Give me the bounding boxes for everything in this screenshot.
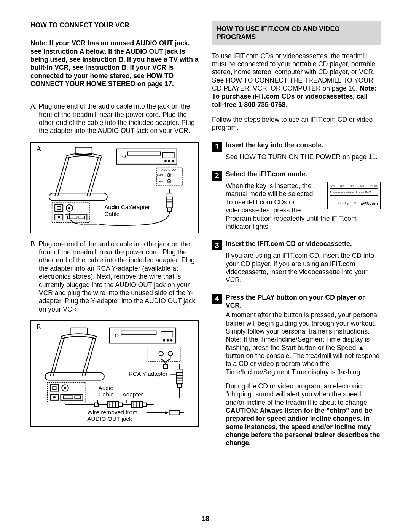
left-column: HOW TO CONNECT YOUR VCR Note: If your VC… <box>30 21 199 447</box>
left-heading: HOW TO CONNECT YOUR VCR <box>30 21 199 29</box>
svg-rect-26 <box>67 216 77 219</box>
step-3-title: Insert the iFIT.com CD or videocassette. <box>226 240 352 248</box>
svg-rect-51 <box>147 347 180 362</box>
fig-b-adapter: Adapter <box>122 391 143 398</box>
svg-rect-65 <box>63 396 73 399</box>
svg-line-8 <box>57 157 69 196</box>
svg-rect-41 <box>161 331 173 337</box>
step-1-body: See HOW TO TURN ON THE POWER on page 11. <box>212 153 381 161</box>
step-3: 3 Insert the iFIT.com CD or videocassett… <box>212 240 381 250</box>
svg-rect-38 <box>109 328 176 343</box>
step-2-body: 40%55%75%90% 65% max. 2wear pulse chest … <box>212 182 381 231</box>
svg-point-39 <box>115 334 118 337</box>
svg-point-43 <box>166 339 169 342</box>
svg-rect-91 <box>142 403 146 407</box>
svg-rect-58 <box>50 385 58 391</box>
figure-b-label: B <box>37 323 41 331</box>
step-2-title: Select the iFIT.com mode. <box>226 170 307 178</box>
svg-rect-56 <box>163 365 168 369</box>
svg-rect-71 <box>177 369 182 373</box>
svg-rect-64 <box>61 394 83 400</box>
svg-text:Cable: Cable <box>98 391 114 398</box>
step-3-number: 3 <box>212 240 222 250</box>
svg-text:Audio: Audio <box>104 204 119 210</box>
svg-point-15 <box>168 174 170 176</box>
svg-marker-96 <box>164 411 168 414</box>
svg-rect-35 <box>167 208 171 211</box>
svg-line-45 <box>50 337 61 376</box>
figure-a: A <box>30 142 199 233</box>
fig-a-audioout: AUDIO OUT <box>161 168 178 171</box>
intro-paragraph-1: To use iFIT.com CDs or videocassettes, t… <box>212 52 381 109</box>
svg-rect-3 <box>162 152 174 158</box>
svg-point-6 <box>172 160 174 162</box>
fig-a-adapter-label: Adapter <box>129 204 150 210</box>
svg-point-5 <box>168 160 170 162</box>
step-4-number: 4 <box>212 294 222 304</box>
svg-text:Cable: Cable <box>104 210 119 217</box>
svg-rect-11 <box>49 193 107 200</box>
svg-point-42 <box>163 339 165 342</box>
svg-rect-25 <box>65 214 86 220</box>
console-display-illustration: 40%55%75%90% 65% max. 2wear pulse chest … <box>327 182 381 209</box>
svg-rect-2 <box>127 152 160 155</box>
svg-point-4 <box>164 160 167 162</box>
step-4-p1: A moment after the button is pressed, yo… <box>212 311 381 376</box>
svg-point-54 <box>168 351 172 356</box>
svg-text:Audio: Audio <box>98 385 113 391</box>
svg-rect-27 <box>79 216 84 219</box>
svg-line-9 <box>87 157 99 196</box>
svg-point-24 <box>57 216 60 218</box>
svg-point-52 <box>159 351 163 356</box>
step-3-body: If you are using an iFIT.com CD, insert … <box>212 252 381 284</box>
vcr-note: Note: If your VCR has an unused AUDIO OU… <box>30 39 199 88</box>
svg-rect-87 <box>131 402 142 408</box>
page-number: 18 <box>0 515 411 523</box>
figure-a-label: A <box>37 145 41 153</box>
svg-line-46 <box>53 337 64 376</box>
svg-line-7 <box>55 157 67 196</box>
svg-rect-57 <box>47 382 86 403</box>
step-1: 1 Insert the key into the console. <box>212 141 381 152</box>
figure-b: B <box>30 320 199 427</box>
step-4: 4 Press the PLAY button on your CD playe… <box>212 294 381 310</box>
svg-rect-97 <box>169 411 179 415</box>
right-heading: HOW TO USE IFIT.COM CD AND VIDEO PROGRAM… <box>212 21 381 45</box>
svg-rect-76 <box>177 384 181 388</box>
step-2: 2 Select the iFIT.com mode. <box>212 170 381 181</box>
step-2-number: 2 <box>212 171 222 181</box>
step-4-title: Press the PLAY button on your CD player … <box>226 294 381 310</box>
figure-a-diagram: AUDIO OUT RIGHT LEFT <box>35 146 195 230</box>
instruction-a: A. Plug one end of the audio cable into … <box>30 102 199 135</box>
svg-text:AUDIO OUT jack: AUDIO OUT jack <box>87 415 132 422</box>
svg-rect-20 <box>57 207 61 210</box>
instruction-b: B. Plug one end of the audio cable into … <box>30 240 199 313</box>
intro-paragraph-2: Follow the steps below to use an iFIT.co… <box>212 116 381 132</box>
step-1-title: Insert the key into the console. <box>226 141 323 149</box>
fig-a-right: RIGHT <box>156 173 165 176</box>
svg-line-48 <box>85 337 96 376</box>
svg-text:Wire removed from: Wire removed from <box>87 409 137 415</box>
figure-b-diagram: RCA Y-adapter Audio Cable Adapter <box>35 324 195 423</box>
fig-a-left: LEFT <box>158 179 165 183</box>
svg-point-17 <box>168 181 170 182</box>
fig-b-rca: RCA Y-adapter <box>128 371 167 377</box>
svg-point-63 <box>53 396 55 398</box>
svg-rect-18 <box>52 203 89 223</box>
svg-point-44 <box>170 339 172 342</box>
svg-line-47 <box>82 337 93 376</box>
svg-rect-40 <box>121 331 156 334</box>
svg-rect-66 <box>75 396 81 399</box>
right-column: HOW TO USE IFIT.COM CD AND VIDEO PROGRAM… <box>212 21 381 447</box>
step-1-number: 1 <box>212 142 222 152</box>
svg-rect-59 <box>53 387 56 390</box>
svg-point-22 <box>68 207 70 209</box>
svg-rect-30 <box>167 193 172 197</box>
svg-rect-85 <box>118 403 122 407</box>
svg-line-10 <box>90 157 102 196</box>
svg-point-1 <box>123 155 126 158</box>
svg-rect-19 <box>55 205 63 211</box>
svg-point-61 <box>64 387 66 389</box>
step-4-p2: During the CD or video program, an elect… <box>212 382 381 447</box>
